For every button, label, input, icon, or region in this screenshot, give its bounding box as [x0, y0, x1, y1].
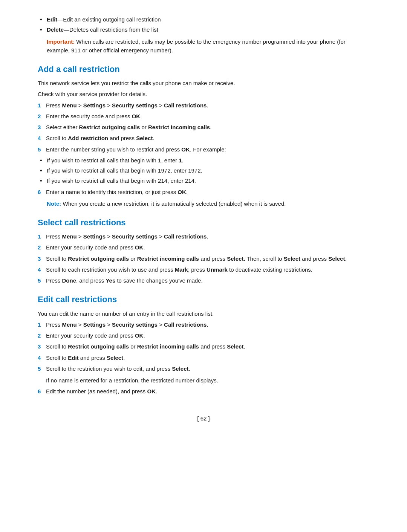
edit-step-3-text: Scroll to Restrict outgoing calls or Res… [46, 342, 369, 351]
select-step-4-text: Scroll to each restriction you wish to u… [46, 265, 369, 274]
add-call-restriction-heading: Add a call restriction [38, 63, 369, 76]
edit-step6-list: 6 Edit the number (as needed), and press… [38, 387, 369, 396]
select-step-2-num: 2 [38, 243, 46, 252]
intro-bullet-delete: Delete—Deletes call restrictions from th… [38, 25, 369, 34]
add-step-4: 4 Scroll to Add restriction and press Se… [38, 134, 369, 142]
add-note-text: When you create a new restriction, it is… [63, 200, 286, 207]
select-steps-list: 1 Press Menu > Settings > Security setti… [38, 232, 369, 285]
add-step-5-num: 5 [38, 145, 46, 154]
add-note-label: Note: [47, 200, 61, 207]
edit-step-4-text: Scroll to Edit and press Select. [46, 353, 369, 362]
edit-step-2: 2 Enter your security code and press OK. [38, 331, 369, 340]
add-step-3-num: 3 [38, 123, 46, 131]
edit-call-restrictions-heading: Edit call restrictions [38, 293, 369, 306]
add-step-1-num: 1 [38, 101, 46, 110]
add-step-6: 6 Enter a name to identify this restrict… [38, 188, 369, 196]
add-intro-1: This network service lets you restrict t… [38, 79, 369, 87]
add-step-1-text: Press Menu > Settings > Security setting… [46, 101, 369, 110]
select-step-1: 1 Press Menu > Settings > Security setti… [38, 232, 369, 241]
add-step-4-num: 4 [38, 134, 46, 142]
important-block: Important: When calls are restricted, ca… [47, 37, 369, 55]
page-footer: [ 62 ] [38, 414, 369, 423]
edit-step-1: 1 Press Menu > Settings > Security setti… [38, 320, 369, 329]
add-step-2-text: Enter the security code and press OK. [46, 112, 369, 121]
sub-bullet-1: If you wish to restrict all calls that b… [38, 156, 369, 165]
edit-step-3: 3 Scroll to Restrict outgoing calls or R… [38, 342, 369, 351]
select-step-2: 2 Enter your security code and press OK. [38, 243, 369, 252]
edit-step-1-text: Press Menu > Settings > Security setting… [46, 320, 369, 329]
important-label: Important: [47, 38, 75, 45]
sub-bullet-2: If you wish to restrict all calls that b… [38, 166, 369, 175]
edit-step-2-num: 2 [38, 331, 46, 340]
select-step-3-text: Scroll to Restrict outgoing calls or Res… [46, 254, 369, 263]
edit-step-4-num: 4 [38, 353, 46, 362]
select-step-4: 4 Scroll to each restriction you wish to… [38, 265, 369, 274]
edit-step-5-text: Scroll to the restriction you wish to ed… [46, 364, 369, 373]
edit-note-plain: If no name is entered for a restriction,… [46, 376, 369, 385]
add-step-2-num: 2 [38, 112, 46, 121]
edit-steps-list: 1 Press Menu > Settings > Security setti… [38, 320, 369, 373]
add-step-6-text: Enter a name to identify this restrictio… [46, 188, 369, 196]
add-step6-list: 6 Enter a name to identify this restrict… [38, 188, 369, 196]
edit-step-3-num: 3 [38, 342, 46, 351]
edit-step-4: 4 Scroll to Edit and press Select. [38, 353, 369, 362]
edit-note-plain-text: If no name is entered for a restriction,… [46, 377, 218, 384]
intro-bullet-edit: Edit—Edit an existing outgoing call rest… [38, 15, 369, 24]
add-step-5: 5 Enter the number string you wish to re… [38, 145, 369, 154]
select-step-4-num: 4 [38, 265, 46, 274]
add-step-2: 2 Enter the security code and press OK. [38, 112, 369, 121]
intro-bullet-list: Edit—Edit an existing outgoing call rest… [38, 15, 369, 34]
sub-bullet-3: If you wish to restrict all calls that b… [38, 176, 369, 185]
select-step-3: 3 Scroll to Restrict outgoing calls or R… [38, 254, 369, 263]
select-step-2-text: Enter your security code and press OK. [46, 243, 369, 252]
edit-intro: You can edit the name or number of an en… [38, 309, 369, 318]
edit-step-5-num: 5 [38, 364, 46, 373]
select-step-5-text: Press Done, and press Yes to save the ch… [46, 276, 369, 285]
add-step-3-text: Select either Restrict outgoing calls or… [46, 123, 369, 131]
select-call-restrictions-heading: Select call restrictions [38, 216, 369, 229]
add-step-1: 1 Press Menu > Settings > Security setti… [38, 101, 369, 110]
select-step-3-num: 3 [38, 254, 46, 263]
select-step-1-text: Press Menu > Settings > Security setting… [46, 232, 369, 241]
add-steps-list: 1 Press Menu > Settings > Security setti… [38, 101, 369, 154]
select-step-1-num: 1 [38, 232, 46, 241]
edit-step-5: 5 Scroll to the restriction you wish to … [38, 364, 369, 373]
edit-step-2-text: Enter your security code and press OK. [46, 331, 369, 340]
edit-step-6-num: 6 [38, 387, 46, 396]
page-number: [ 62 ] [197, 415, 210, 422]
add-step-4-text: Scroll to Add restriction and press Sele… [46, 134, 369, 142]
edit-step-6-text: Edit the number (as needed), and press O… [46, 387, 369, 396]
select-step-5-num: 5 [38, 276, 46, 285]
add-step-5-text: Enter the number string you wish to rest… [46, 145, 369, 154]
important-text: When calls are restricted, calls may be … [47, 38, 346, 54]
add-sub-bullets: If you wish to restrict all calls that b… [38, 156, 369, 185]
select-step-5: 5 Press Done, and press Yes to save the … [38, 276, 369, 285]
add-note-block: Note: When you create a new restriction,… [47, 199, 369, 208]
add-step-6-num: 6 [38, 188, 46, 196]
edit-step-1-num: 1 [38, 320, 46, 329]
add-step-3: 3 Select either Restrict outgoing calls … [38, 123, 369, 131]
edit-step-6: 6 Edit the number (as needed), and press… [38, 387, 369, 396]
add-intro-2: Check with your service provider for det… [38, 90, 369, 98]
